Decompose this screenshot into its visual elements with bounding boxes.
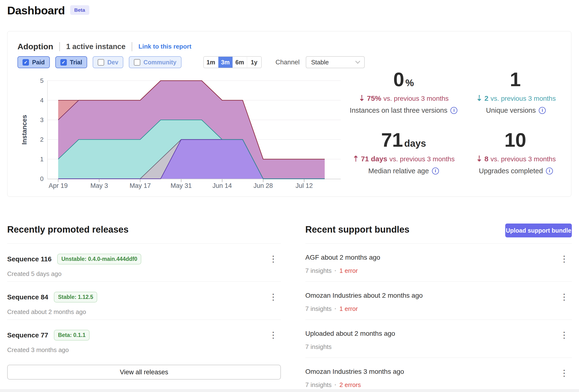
info-icon[interactable]: i: [450, 107, 457, 114]
stat-label: Upgrades completed: [479, 167, 543, 175]
svg-text:5: 5: [40, 77, 44, 84]
kebab-menu-icon[interactable]: ⋮: [560, 331, 569, 339]
bundle-title: AGF about 2 months ago: [305, 254, 572, 261]
release-title: Sequence 116: [7, 255, 52, 263]
stat-instances-last-three-versions: 0% ⇣75%vs. previous 3 months Instances o…: [348, 70, 460, 114]
checkbox-icon: [98, 59, 104, 65]
stat-label: Median relative age: [368, 167, 429, 175]
filter-label: Dev: [107, 59, 118, 66]
release-version-badge: Unstable: 0.4.0-main.444ddf0: [57, 254, 141, 264]
bottom-page-edge: [0, 389, 579, 392]
bundle-row[interactable]: Uploaded about 2 months ago 7 insights ⋮: [305, 320, 572, 358]
stat-value: 10: [504, 129, 526, 151]
channel-select[interactable]: Stable: [306, 56, 365, 68]
filter-trial-checkbox[interactable]: ✓ Trial: [55, 56, 87, 68]
release-title: Sequence 84: [7, 293, 48, 301]
svg-text:4: 4: [40, 97, 44, 104]
check-icon: ✓: [62, 60, 65, 65]
kebab-menu-icon[interactable]: ⋮: [269, 293, 278, 301]
delta-suffix: vs. previous 3 months: [389, 155, 454, 163]
stat-median-relative-age: 71days ⇡71 daysvs. previous 3 months Med…: [348, 130, 460, 175]
release-title: Sequence 77: [7, 331, 48, 339]
filter-dev-checkbox[interactable]: Dev: [93, 56, 123, 68]
bundle-title: Omozan Industries about 2 months ago: [305, 292, 572, 299]
releases-list: Sequence 116 Unstable: 0.4.0-main.444ddf…: [7, 243, 281, 380]
checkbox-icon: ✓: [60, 59, 67, 65]
adoption-stats-grid: 0% ⇣75%vs. previous 3 months Instances o…: [348, 70, 572, 175]
stat-label: Unique versions: [486, 107, 536, 114]
bundle-insights: 7 insights: [305, 305, 332, 312]
stat-value: 0: [393, 68, 404, 90]
channel-selected-value: Stable: [311, 59, 329, 66]
svg-text:Jul 12: Jul 12: [295, 182, 313, 189]
stat-label: Instances on last three versions: [350, 107, 447, 114]
adoption-heading: Adoption: [17, 42, 53, 51]
active-instance-count: 1 active instance: [66, 42, 126, 51]
delta-value: 71 days: [361, 155, 387, 163]
svg-text:May 31: May 31: [170, 182, 192, 189]
bundle-errors: 1 error: [340, 305, 358, 312]
divider: [132, 42, 132, 51]
svg-text:3: 3: [40, 116, 44, 124]
bundle-title: Uploaded about 2 months ago: [305, 330, 572, 337]
view-all-releases-button[interactable]: View all releases: [7, 365, 281, 380]
stat-unit: days: [404, 138, 426, 149]
kebab-menu-icon[interactable]: ⋮: [560, 369, 569, 377]
release-row: Sequence 84 Stable: 1.12.5 Created about…: [7, 281, 281, 320]
checkbox-icon: [134, 59, 140, 65]
upload-support-bundle-button[interactable]: Upload support bundle: [505, 224, 572, 237]
delta-suffix: vs. previous 3 months: [383, 95, 448, 102]
link-to-report[interactable]: Link to this report: [139, 43, 191, 50]
page-title: Dashboard: [7, 4, 65, 17]
svg-text:0: 0: [40, 175, 44, 182]
svg-text:May 17: May 17: [130, 182, 151, 189]
info-icon[interactable]: i: [539, 107, 546, 114]
trend-up-icon: ⇡: [353, 154, 359, 163]
trend-down-icon: ⇣: [476, 154, 483, 163]
adoption-area-chart: Apr 19May 3May 17May 31Jun 14Jun 28Jul 1…: [10, 72, 345, 192]
adoption-card: Adoption 1 active instance Link to this …: [7, 31, 571, 197]
stat-unique-versions: 1 ⇣2vs. previous 3 months Unique version…: [460, 70, 572, 114]
kebab-menu-icon[interactable]: ⋮: [560, 255, 569, 263]
support-bundles-list: AGF about 2 months ago 7 insights1 error…: [305, 243, 572, 392]
bundle-insights: 7 insights: [305, 381, 332, 389]
range-3m-button[interactable]: 3m: [218, 57, 232, 68]
range-6m-button[interactable]: 6m: [232, 57, 247, 68]
range-1y-button[interactable]: 1y: [247, 57, 261, 68]
delta-suffix: vs. previous 3 months: [491, 155, 556, 163]
bundle-row[interactable]: Omozan Industries about 2 months ago 7 i…: [305, 281, 572, 320]
svg-text:2: 2: [40, 136, 44, 143]
kebab-menu-icon[interactable]: ⋮: [560, 293, 569, 301]
bundle-errors: 2 errors: [340, 381, 361, 389]
stat-value: 1: [510, 68, 521, 90]
divider: [59, 42, 60, 51]
check-icon: ✓: [24, 60, 28, 65]
kebab-menu-icon[interactable]: ⋮: [269, 331, 278, 339]
page-header: Dashboard Beta: [7, 4, 89, 17]
filter-community-checkbox[interactable]: Community: [129, 56, 182, 68]
svg-text:1: 1: [40, 156, 44, 163]
chart-controls: ✓ Paid ✓ Trial Dev Community 1m 3m 6m 1y: [17, 56, 365, 68]
filter-label: Trial: [70, 59, 82, 66]
filter-paid-checkbox[interactable]: ✓ Paid: [17, 56, 50, 68]
kebab-menu-icon[interactable]: ⋮: [269, 255, 278, 263]
bundle-insights: 7 insights: [305, 343, 332, 350]
filter-label: Community: [144, 59, 176, 66]
bundle-title: Omozan Industries 3 months ago: [305, 368, 572, 376]
range-1m-button[interactable]: 1m: [204, 57, 218, 68]
info-icon[interactable]: i: [546, 168, 553, 175]
info-icon[interactable]: i: [432, 168, 439, 175]
filter-label: Paid: [32, 59, 45, 66]
adoption-card-header: Adoption 1 active instance Link to this …: [17, 42, 191, 51]
dashboard-page: Dashboard Beta Adoption 1 active instanc…: [0, 0, 579, 392]
delta-value: 75%: [367, 94, 381, 102]
release-created: Created 3 months ago: [7, 346, 281, 354]
bundle-row[interactable]: Omozan Industries 3 months ago 7 insight…: [305, 358, 572, 392]
beta-badge: Beta: [70, 5, 89, 15]
chevron-down-icon: [355, 59, 360, 64]
delta-suffix: vs. previous 3 months: [491, 95, 556, 102]
bundle-row[interactable]: AGF about 2 months ago 7 insights1 error…: [305, 243, 572, 281]
trend-down-icon: ⇣: [359, 94, 365, 102]
releases-heading: Recently promoted releases: [7, 224, 129, 235]
trend-down-icon: ⇣: [476, 94, 483, 102]
